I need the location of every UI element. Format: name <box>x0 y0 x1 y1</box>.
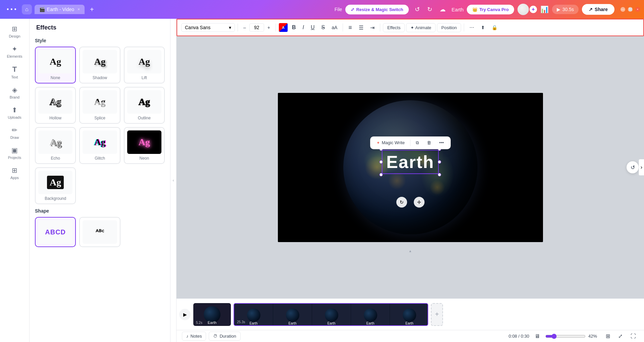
share-icon: ↗ <box>589 7 593 12</box>
style-background[interactable]: Ag Background <box>35 167 76 204</box>
canvas-text-element[interactable]: Earth <box>382 150 439 174</box>
magic-write-label: Magic Write <box>382 140 404 145</box>
more-context-button[interactable]: ••• <box>437 138 447 147</box>
effects-button[interactable]: Effects <box>383 23 405 32</box>
underline-button[interactable]: U <box>308 23 317 32</box>
minimize-button[interactable]: — <box>621 7 625 12</box>
font-size-decrease-button[interactable]: – <box>241 23 249 32</box>
sidebar-item-draw[interactable]: ✏ Draw <box>1 123 28 143</box>
delete-button[interactable]: 🗑 <box>424 138 434 147</box>
style-hollow-label: Hollow <box>49 116 61 120</box>
home-icon: ⌂ <box>25 6 29 12</box>
style-hollow[interactable]: Ag Hollow <box>35 87 76 124</box>
clip-2-sections: Earth Earth Earth Earth <box>234 304 428 326</box>
save-cloud-button[interactable]: ☁ <box>437 4 448 15</box>
share-label: Share <box>595 7 608 12</box>
italic-button[interactable]: I <box>300 23 307 32</box>
grid-view-button[interactable]: ⊞ <box>603 332 613 341</box>
panel-collapse-button[interactable]: ‹ <box>170 19 177 342</box>
animate-button[interactable]: ✦ Animate <box>406 23 436 32</box>
right-panel-toggle[interactable]: › <box>639 159 644 175</box>
add-collaborator-button[interactable]: + <box>530 6 537 13</box>
undo-button[interactable]: ↺ <box>412 4 423 15</box>
sidebar-item-uploads[interactable]: ⬆ Uploads <box>1 103 28 123</box>
more-options-button[interactable]: ⋯ <box>467 23 477 32</box>
close-window-button[interactable]: × <box>635 7 640 12</box>
notes-icon: ♪ <box>186 334 189 339</box>
style-background-label: Background <box>45 196 66 201</box>
lock-button[interactable]: 🔒 <box>489 23 500 32</box>
refresh-button[interactable]: ↺ <box>627 161 639 173</box>
zoom-slider[interactable] <box>545 334 586 339</box>
style-echo[interactable]: Ag Echo <box>35 127 76 164</box>
indent-button[interactable]: ⇥ <box>367 23 377 33</box>
tab-close-button[interactable]: × <box>78 7 80 12</box>
style-splice[interactable]: AgAg Splice <box>79 87 120 124</box>
sidebar-item-projects[interactable]: ▣ Projects <box>1 143 28 163</box>
style-lift-label: Lift <box>142 75 147 80</box>
menu-dots-button[interactable]: • • • <box>4 5 19 14</box>
style-neon[interactable]: Ag Neon <box>124 127 165 164</box>
color-icon: A <box>282 25 285 30</box>
ctx-sep1 <box>410 139 410 146</box>
timeline-play-button[interactable]: ▶ <box>179 309 191 320</box>
canvas-resize-handle[interactable]: ▲ <box>404 249 417 255</box>
style-hollow-preview: Ag <box>38 90 72 114</box>
resize-magic-button[interactable]: ⤢ Resize & Magic Switch <box>345 5 408 14</box>
bottom-toolbar: ♪ Notes ⏱ Duration 0:08 / 0:30 🖥 42% ⊞ ⤢… <box>177 330 644 342</box>
rotate-handle[interactable]: ↻ <box>396 197 407 208</box>
clip-1[interactable]: Earth 5.2s <box>193 303 231 326</box>
sep1 <box>238 23 238 32</box>
redo-button[interactable]: ↻ <box>425 4 435 15</box>
bold-button[interactable]: B <box>289 23 299 32</box>
fullscreen-button[interactable]: ⛶ <box>628 332 639 341</box>
share-button[interactable]: ↗ Share <box>582 4 614 15</box>
maximize-button[interactable]: ⬜ <box>628 7 633 12</box>
notes-button[interactable]: ♪ Notes <box>182 332 206 341</box>
capitalize-button[interactable]: aA <box>329 23 340 32</box>
sidebar-item-elements[interactable]: ✦ Elements <box>1 42 28 62</box>
add-clip-button[interactable]: + <box>431 303 443 326</box>
font-size-increase-button[interactable]: + <box>265 23 273 32</box>
play-preview-button[interactable]: ▶ 30.5s <box>552 5 579 14</box>
clip-1-duration: 5.2s <box>196 321 202 325</box>
clip-2[interactable]: Earth Earth Earth Earth <box>234 303 428 326</box>
shape-curve[interactable]: ᴬᴮᶜ <box>79 217 120 247</box>
analytics-button[interactable]: 📊 <box>540 5 549 13</box>
style-shadow[interactable]: Ag Shadow <box>79 47 120 83</box>
move-handle[interactable]: ✛ <box>414 197 425 208</box>
effects-panel-title: Effects <box>30 19 170 34</box>
zoom-percent: 42% <box>588 334 600 339</box>
shape-rect[interactable]: ABCD <box>35 217 76 247</box>
style-lift[interactable]: Ag Lift <box>124 47 165 83</box>
avatar-area[interactable]: + <box>517 4 537 15</box>
align-left-button[interactable]: ≡ <box>346 22 355 33</box>
tab-earth-video[interactable]: 🎬 Earth - Video × <box>35 5 85 14</box>
sidebar-item-brand[interactable]: ◈ Brand <box>1 82 28 103</box>
magic-write-button[interactable]: ✦ Magic Write <box>374 138 407 147</box>
text-color-button[interactable]: A <box>279 23 288 32</box>
sidebar-item-apps[interactable]: ⊞ Apps <box>1 163 28 183</box>
sidebar-item-design[interactable]: ⊞ Design <box>1 21 28 42</box>
style-glitch[interactable]: Ag Glitch <box>79 127 120 164</box>
file-menu[interactable]: File <box>335 7 342 12</box>
list-button[interactable]: ☰ <box>356 23 366 33</box>
font-size-input[interactable] <box>249 23 264 32</box>
try-canva-pro-button[interactable]: 👑 Try Canva Pro <box>467 5 514 14</box>
position-button[interactable]: Position <box>437 23 461 32</box>
style-outline-preview: Ag <box>127 90 161 114</box>
new-tab-button[interactable]: + <box>87 4 97 15</box>
sidebar-item-text[interactable]: T Text <box>1 62 28 82</box>
style-none[interactable]: Ag None <box>35 47 76 83</box>
canvas[interactable]: ✦ Magic Write ⧉ 🗑 ••• Ear <box>278 93 543 242</box>
layer-order-button[interactable]: ⬆ <box>478 23 488 32</box>
copy-style-button[interactable]: ⧉ <box>413 138 422 147</box>
home-button[interactable]: ⌂ <box>22 4 32 14</box>
style-echo-preview: Ag <box>38 130 72 154</box>
style-outline[interactable]: Ag Outline <box>124 87 165 124</box>
strikethrough-button[interactable]: S <box>319 23 328 32</box>
font-family-selector[interactable]: Canva Sans ▾ <box>181 23 235 32</box>
fit-button[interactable]: ⤢ <box>615 332 625 341</box>
monitor-button[interactable]: 🖥 <box>532 332 543 341</box>
duration-button[interactable]: ⏱ Duration <box>209 332 240 341</box>
